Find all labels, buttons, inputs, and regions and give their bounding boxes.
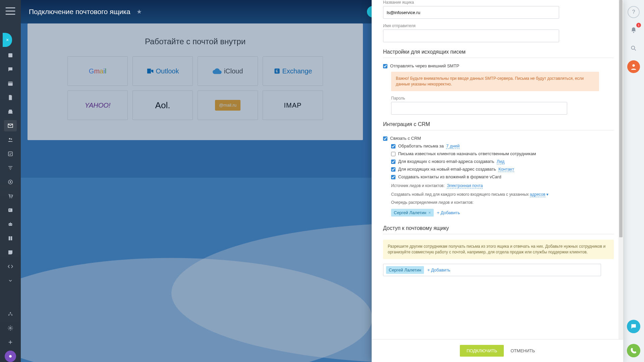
svg-text:E: E <box>276 69 278 73</box>
provider-imap[interactable]: IMAP <box>263 90 323 120</box>
cart-icon[interactable] <box>4 190 17 202</box>
source-value[interactable]: Электронная почта <box>447 183 483 188</box>
new-lead-row: Создавать новый лид для каждого нового в… <box>391 192 614 197</box>
svg-point-6 <box>10 181 11 183</box>
process-for-checkbox[interactable] <box>391 144 395 148</box>
provider-outlook[interactable]: Outlook <box>132 56 193 86</box>
section-crm: Интеграция с CRM <box>383 121 614 130</box>
outgoing-new-row[interactable]: Для исходящих на новый email-адрес созда… <box>391 167 614 172</box>
notification-badge: 1 <box>636 23 641 27</box>
provider-mailru[interactable]: @mail.ru <box>198 90 258 120</box>
incoming-new-row[interactable]: Для входящих с нового email-адреса созда… <box>391 159 614 164</box>
code-icon[interactable] <box>4 261 17 272</box>
active-tab-chip[interactable]: × <box>3 33 12 47</box>
svg-rect-9 <box>8 208 12 212</box>
chat-icon[interactable] <box>4 64 17 75</box>
access-add[interactable]: + Добавить <box>427 267 450 273</box>
left-nav-rail: × <box>0 0 21 362</box>
link-crm-checkbox[interactable] <box>383 136 387 141</box>
queue-add[interactable]: + Добавить <box>437 210 460 215</box>
svg-point-22 <box>633 32 634 33</box>
smtp-warning: Важно! Будьте внимательны при вводе данн… <box>391 72 599 91</box>
groups-icon[interactable] <box>4 134 17 145</box>
svg-point-17 <box>10 327 11 329</box>
svg-point-23 <box>631 46 635 49</box>
svg-rect-1 <box>8 82 13 86</box>
vcard-checkbox[interactable] <box>391 175 395 179</box>
svg-point-12 <box>9 224 10 225</box>
svg-point-8 <box>11 197 12 198</box>
known-clients-row[interactable]: Письма известных клиентов назначать отве… <box>391 151 614 156</box>
svg-point-10 <box>9 209 10 210</box>
contact-icon[interactable] <box>4 204 17 216</box>
notifications-icon[interactable]: 1 <box>628 24 640 36</box>
incoming-new-value[interactable]: Лид <box>497 159 504 164</box>
mailbox-name-input[interactable] <box>383 6 559 19</box>
tasks-icon[interactable] <box>4 148 17 160</box>
process-for-row[interactable]: Обработать письма за 7 дней <box>391 143 614 148</box>
feed-icon[interactable] <box>4 50 17 61</box>
calendar-icon[interactable] <box>4 78 17 89</box>
section-outgoing: Настройки для исходящих писем <box>383 49 614 58</box>
new-lead-addresses[interactable]: адресов <box>530 192 545 197</box>
right-rail: ? 1 <box>623 0 644 362</box>
provider-aol[interactable]: Aol. <box>132 90 193 120</box>
vcard-row[interactable]: Создавать контакты из вложений в формате… <box>391 174 614 179</box>
favorite-star-icon[interactable]: ★ <box>137 8 142 15</box>
svg-point-16 <box>11 315 12 316</box>
svg-point-3 <box>11 138 12 140</box>
page-title: Подключение почтового ящика <box>29 8 130 16</box>
provider-exchange[interactable]: E Exchange <box>263 56 323 86</box>
smtp-checkbox-row[interactable]: Отправлять через внешний SMTP <box>383 63 614 68</box>
settings-icon[interactable] <box>4 322 17 334</box>
apps-icon[interactable] <box>5 351 16 362</box>
outgoing-new-checkbox[interactable] <box>391 167 395 172</box>
call-fab[interactable] <box>627 344 640 357</box>
menu-icon[interactable] <box>4 5 17 17</box>
svg-point-13 <box>11 224 11 225</box>
password-input[interactable] <box>391 102 567 115</box>
docs-icon[interactable] <box>4 92 17 103</box>
help-icon[interactable]: ? <box>628 6 640 18</box>
svg-rect-4 <box>8 152 12 156</box>
sitemap-icon[interactable] <box>4 308 17 320</box>
user-avatar[interactable] <box>627 60 640 73</box>
incoming-new-checkbox[interactable] <box>391 160 395 164</box>
link-crm-row[interactable]: Связать с CRM <box>383 136 614 141</box>
svg-rect-19 <box>147 69 151 74</box>
source-row: Источник лидов и контактов: Электронная … <box>391 183 614 188</box>
sender-name-label: Имя отправителя <box>383 23 614 28</box>
panel-scrollbar[interactable] <box>619 0 623 339</box>
process-for-value[interactable]: 7 дней <box>446 143 460 149</box>
provider-gmail[interactable]: Gmail <box>67 56 128 86</box>
provider-yahoo[interactable]: YAHOO! <box>67 90 128 120</box>
mail-icon[interactable] <box>4 120 17 131</box>
provider-card: Работайте с почтой внутри Gmail Outlook … <box>28 23 363 140</box>
svg-point-14 <box>10 312 11 313</box>
disk-icon[interactable] <box>4 106 17 117</box>
provider-icloud[interactable]: iCloud <box>198 56 258 86</box>
submit-button[interactable]: ПОДКЛЮЧИТЬ <box>460 345 504 357</box>
card-heading: Работайте с почтой внутри <box>38 37 353 46</box>
add-icon[interactable] <box>4 337 17 348</box>
inbox-icon[interactable] <box>4 247 17 258</box>
chat-fab[interactable] <box>627 320 640 333</box>
robot-icon[interactable] <box>4 219 17 230</box>
svg-point-24 <box>632 64 635 67</box>
queue-label: Очередь распределения лидов и контактов: <box>391 200 614 205</box>
sender-name-input[interactable] <box>383 29 559 42</box>
password-label: Пароль <box>391 96 614 101</box>
cancel-button[interactable]: ОТМЕНИТЬ <box>511 348 535 353</box>
mailbox-name-label: Название ящика <box>383 0 614 5</box>
search-icon[interactable] <box>628 42 640 54</box>
smtp-checkbox[interactable] <box>383 64 387 68</box>
expand-icon[interactable] <box>4 275 17 286</box>
filter-icon[interactable] <box>4 162 17 174</box>
known-clients-checkbox[interactable] <box>391 152 395 156</box>
svg-point-2 <box>9 138 11 140</box>
target-icon[interactable] <box>4 176 17 188</box>
book-icon[interactable] <box>4 233 17 244</box>
remove-tag-icon[interactable]: × <box>428 210 431 215</box>
queue-user-tag: Сергей Лалетин × <box>391 209 434 217</box>
outgoing-new-value[interactable]: Контакт <box>498 167 514 172</box>
